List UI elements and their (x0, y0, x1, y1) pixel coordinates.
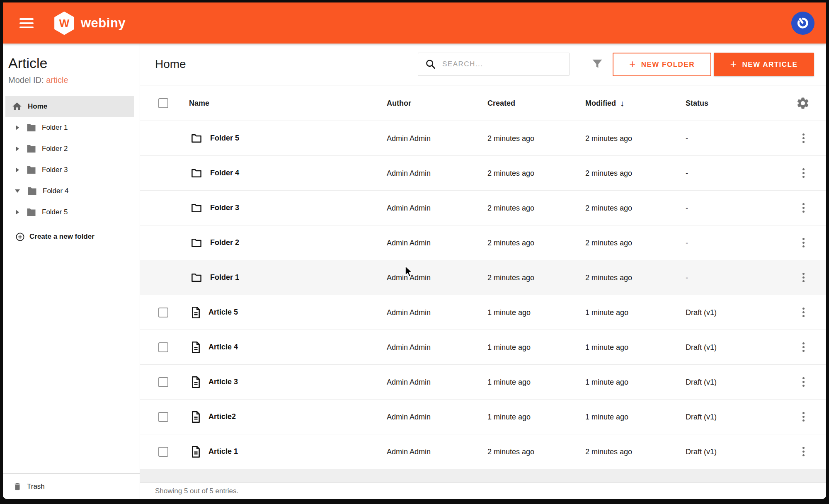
entry-name-cell[interactable]: Folder 3 (190, 202, 239, 214)
table-header: Name Author Created Modified ↓ Status (140, 85, 826, 121)
created-cell: 1 minute ago (487, 308, 531, 317)
search-icon (425, 58, 436, 70)
status-cell: - (686, 204, 688, 212)
row-checkbox[interactable] (158, 377, 168, 387)
entry-name-cell[interactable]: Article 5 (190, 306, 238, 319)
row-actions-menu-button[interactable] (799, 410, 807, 424)
entry-name: Article 1 (208, 447, 238, 456)
pagination-footer: Showing 5 out of 5 entries. (140, 483, 826, 499)
row-actions-menu-button[interactable] (799, 131, 807, 145)
folder-icon (26, 123, 36, 132)
folder-icon (190, 237, 203, 249)
table-row-folder-2[interactable]: Folder 2 Admin Admin 2 minutes ago 2 min… (140, 225, 826, 260)
expand-caret-icon[interactable] (16, 125, 19, 130)
entry-name-cell[interactable]: Article 3 (190, 376, 238, 388)
status-cell: Draft (v1) (686, 378, 717, 386)
column-header-status[interactable]: Status (686, 99, 708, 107)
row-actions-menu-button[interactable] (799, 271, 807, 285)
menu-hamburger-icon[interactable] (19, 18, 34, 28)
expand-caret-icon[interactable] (16, 167, 19, 172)
row-actions-menu-button[interactable] (799, 201, 807, 215)
entries-count: Showing 5 out of 5 entries. (155, 487, 238, 495)
entry-name-cell[interactable]: Article2 (190, 411, 236, 423)
status-cell: - (686, 238, 688, 247)
entry-name-cell[interactable]: Folder 4 (190, 167, 239, 179)
new-article-button[interactable]: + NEW ARTICLE (714, 53, 814, 76)
author-cell: Admin Admin (387, 412, 431, 421)
model-title: Article (8, 53, 134, 73)
table-row-folder-3[interactable]: Folder 3 Admin Admin 2 minutes ago 2 min… (140, 191, 826, 225)
entry-name-cell[interactable]: Folder 2 (190, 237, 239, 249)
status-cell: Draft (v1) (686, 308, 717, 317)
row-actions-menu-button[interactable] (799, 445, 807, 459)
sidebar-item-folder-1[interactable]: Folder 1 (3, 117, 140, 138)
filter-funnel-icon (590, 57, 604, 71)
table-settings-button[interactable] (796, 96, 810, 110)
filter-button[interactable] (590, 57, 604, 71)
entry-name: Article2 (208, 412, 236, 421)
row-checkbox[interactable] (158, 447, 168, 457)
row-actions-menu-button[interactable] (799, 375, 807, 389)
create-folder-button[interactable]: Create a new folder (15, 228, 140, 245)
webiny-logo[interactable]: W webiny (53, 12, 126, 35)
column-header-created[interactable]: Created (487, 99, 515, 107)
created-cell: 2 minutes ago (487, 204, 534, 212)
search-placeholder: SEARCH... (442, 60, 483, 68)
folder-tree-items: Folder 1 Folder 2 Folder 3 Folder 4 Fold… (3, 117, 140, 223)
trash-button[interactable]: Trash (3, 473, 140, 499)
sidebar: Article Model ID: article Home Folder 1 (3, 44, 140, 499)
entry-name-cell[interactable]: Article 1 (190, 446, 238, 458)
row-checkbox[interactable] (158, 342, 168, 352)
user-avatar[interactable] (791, 12, 814, 35)
modified-cell: 1 minute ago (585, 378, 628, 386)
expand-caret-icon[interactable] (16, 210, 19, 215)
toolbar: Home SEARCH... + NEW FOLDER (140, 44, 826, 85)
document-icon (190, 306, 201, 319)
entry-name: Folder 1 (210, 273, 239, 282)
column-header-modified[interactable]: Modified ↓ (585, 98, 624, 108)
table-row-article-1[interactable]: Article 1 Admin Admin 2 minutes ago 2 mi… (140, 434, 826, 469)
column-header-name[interactable]: Name (189, 99, 209, 107)
new-folder-button[interactable]: + NEW FOLDER (613, 53, 711, 76)
folder-icon (190, 132, 203, 145)
expand-caret-icon[interactable] (15, 189, 20, 193)
sidebar-item-folder-2[interactable]: Folder 2 (3, 138, 140, 159)
table-body: Folder 5 Admin Admin 2 minutes ago 2 min… (140, 121, 826, 469)
modified-cell: 2 minutes ago (585, 238, 632, 247)
row-actions-menu-button[interactable] (799, 236, 807, 250)
author-cell: Admin Admin (387, 308, 431, 317)
row-actions-menu-button[interactable] (799, 166, 807, 180)
table-row-article-5[interactable]: Article 5 Admin Admin 1 minute ago 1 min… (140, 295, 826, 330)
search-input[interactable]: SEARCH... (418, 53, 570, 76)
column-header-author[interactable]: Author (387, 99, 411, 107)
row-checkbox[interactable] (158, 412, 168, 422)
table-row-folder-5[interactable]: Folder 5 Admin Admin 2 minutes ago 2 min… (140, 121, 826, 156)
author-cell: Admin Admin (387, 169, 431, 177)
author-cell: Admin Admin (387, 378, 431, 386)
sidebar-item-folder-4[interactable]: Folder 4 (3, 180, 140, 201)
folder-icon (190, 202, 203, 214)
row-checkbox[interactable] (158, 308, 168, 317)
table-row-folder-1[interactable]: Folder 1 Admin Admin 2 minutes ago 2 min… (140, 260, 826, 295)
entry-name: Article 3 (208, 378, 238, 386)
sidebar-item-folder-5[interactable]: Folder 5 (3, 201, 140, 223)
row-actions-menu-button[interactable] (799, 340, 807, 354)
table-row-article-4[interactable]: Article 4 Admin Admin 1 minute ago 1 min… (140, 330, 826, 365)
brand-name: webiny (81, 16, 126, 31)
entry-name-cell[interactable]: Folder 1 (190, 271, 239, 284)
entry-name-cell[interactable]: Article 4 (190, 341, 238, 354)
table-row-article2[interactable]: Article2 Admin Admin 1 minute ago 1 minu… (140, 400, 826, 434)
row-actions-menu-button[interactable] (799, 305, 807, 320)
select-all-checkbox[interactable] (158, 98, 168, 108)
created-cell: 1 minute ago (487, 412, 531, 421)
table-row-folder-4[interactable]: Folder 4 Admin Admin 2 minutes ago 2 min… (140, 156, 826, 191)
expand-caret-icon[interactable] (16, 146, 19, 151)
home-icon (12, 101, 22, 112)
sidebar-item-folder-3[interactable]: Folder 3 (3, 159, 140, 180)
table-footer-band (140, 469, 826, 483)
table-row-article-3[interactable]: Article 3 Admin Admin 1 minute ago 1 min… (140, 365, 826, 400)
folder-icon (190, 271, 203, 284)
author-cell: Admin Admin (387, 447, 431, 456)
entry-name-cell[interactable]: Folder 5 (190, 132, 239, 145)
sidebar-item-home[interactable]: Home (5, 96, 134, 117)
